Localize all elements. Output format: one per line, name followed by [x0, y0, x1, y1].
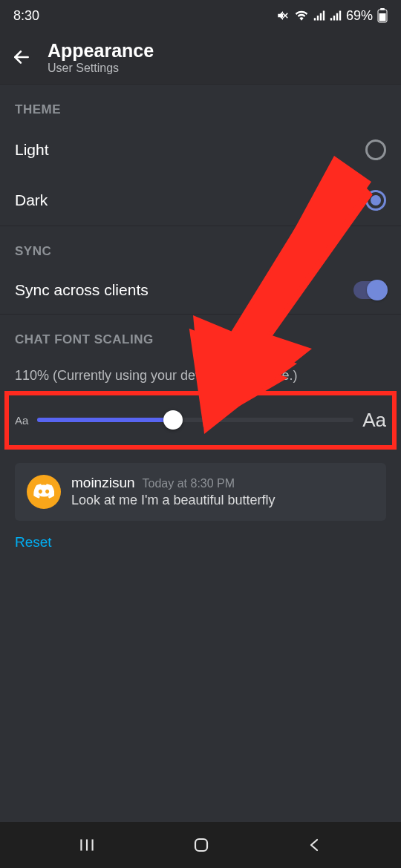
nav-back-icon[interactable] [306, 836, 324, 854]
font-scale-text: 110% (Currently using your device's font… [0, 355, 401, 391]
reset-button[interactable]: Reset [0, 521, 401, 564]
svg-rect-10 [195, 839, 207, 851]
theme-dark-label: Dark [15, 191, 48, 209]
signal-icon-2 [330, 10, 342, 22]
page-title: Appearance [48, 40, 154, 62]
chat-preview: moinzisun Today at 8:30 PM Look at me I'… [15, 463, 386, 521]
font-scale-slider[interactable] [37, 418, 353, 422]
battery-icon [377, 8, 388, 23]
preview-message: Look at me I'm a beautiful butterfly [71, 493, 276, 508]
sync-row[interactable]: Sync across clients [0, 266, 401, 314]
slider-fill [37, 418, 173, 422]
radio-light[interactable] [365, 139, 386, 160]
nav-recent-icon[interactable] [77, 835, 97, 855]
sync-toggle[interactable] [353, 281, 386, 299]
status-time: 8:30 [13, 8, 39, 24]
theme-option-dark[interactable]: Dark [0, 175, 401, 226]
radio-dark[interactable] [365, 190, 386, 211]
section-sync-title: SYNC [0, 226, 401, 266]
slider-thumb[interactable] [163, 410, 183, 430]
header: Appearance User Settings [0, 31, 401, 85]
avatar [27, 475, 61, 509]
system-nav-bar [0, 822, 401, 868]
svg-rect-2 [380, 8, 385, 10]
status-icons: 69% [276, 8, 388, 24]
font-size-small-label: Aa [15, 414, 28, 427]
theme-light-label: Light [15, 141, 49, 159]
font-size-large-label: Aa [362, 409, 386, 432]
mute-icon [276, 9, 290, 22]
wifi-icon [294, 9, 309, 22]
preview-timestamp: Today at 8:30 PM [143, 477, 235, 490]
sync-label: Sync across clients [15, 281, 149, 299]
signal-icon-1 [313, 10, 325, 22]
back-icon[interactable] [12, 47, 31, 67]
font-slider-highlight: Aa Aa [4, 391, 397, 450]
page-subtitle: User Settings [48, 62, 154, 75]
section-theme-title: THEME [0, 85, 401, 125]
svg-rect-1 [379, 13, 386, 22]
discord-logo-icon [33, 484, 54, 500]
theme-option-light[interactable]: Light [0, 125, 401, 175]
preview-username: moinzisun [71, 475, 135, 491]
battery-text: 69% [346, 8, 373, 24]
nav-home-icon[interactable] [192, 836, 210, 854]
status-bar: 8:30 69% [0, 0, 401, 31]
section-font-title: CHAT FONT SCALING [0, 315, 401, 355]
